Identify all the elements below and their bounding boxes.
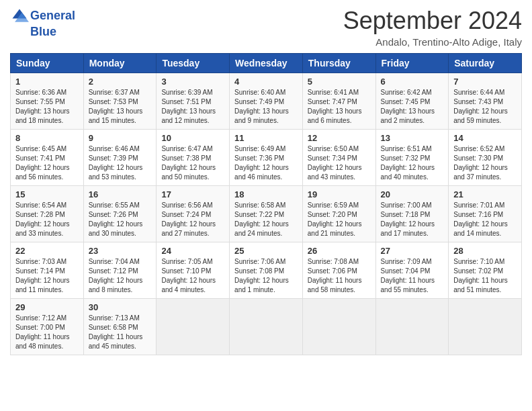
sunset-label: Sunset: 7:39 PM [89,154,138,162]
daylight-label: Daylight: 13 hours and 6 minutes. [308,107,362,124]
daylight-label: Daylight: 13 hours and 9 minutes. [234,107,289,124]
daylight-label: Daylight: 12 hours and 56 minutes. [15,164,70,181]
sunset-label: Sunset: 7:47 PM [308,98,357,105]
daylight-label: Daylight: 11 hours and 48 minutes. [15,333,70,350]
sunset-label: Sunset: 7:53 PM [89,98,138,105]
sunset-label: Sunset: 6:58 PM [89,324,138,331]
day-info: Sunrise: 6:50 AM Sunset: 7:34 PM Dayligh… [308,144,371,182]
day-info: Sunrise: 7:06 AM Sunset: 7:08 PM Dayligh… [234,257,298,295]
calendar-cell: 8 Sunrise: 6:45 AM Sunset: 7:41 PM Dayli… [11,130,84,186]
day-number: 11 [234,133,298,143]
calendar-cell: 23 Sunrise: 7:04 AM Sunset: 7:12 PM Dayl… [83,242,157,299]
calendar-cell: 17 Sunrise: 6:56 AM Sunset: 7:24 PM Dayl… [157,186,230,242]
location-subtitle: Andalo, Trentino-Alto Adige, Italy [343,36,522,48]
calendar-cell: 15 Sunrise: 6:54 AM Sunset: 7:28 PM Dayl… [11,186,84,242]
daylight-label: Daylight: 12 hours and 50 minutes. [161,164,216,181]
sunrise-label: Sunrise: 6:44 AM [453,89,504,96]
day-number: 6 [381,77,444,87]
calendar-cell: 27 Sunrise: 7:09 AM Sunset: 7:04 PM Dayl… [375,242,449,299]
calendar-cell: 12 Sunrise: 6:50 AM Sunset: 7:34 PM Dayl… [302,130,375,186]
day-number: 16 [89,189,152,199]
page: General Blue September 2024 Andalo, Tren… [0,0,532,365]
calendar-cell: 16 Sunrise: 6:55 AM Sunset: 7:26 PM Dayl… [83,186,157,242]
sunrise-label: Sunrise: 7:09 AM [381,258,432,265]
day-number: 18 [234,189,298,199]
calendar-cell: 14 Sunrise: 6:52 AM Sunset: 7:30 PM Dayl… [449,130,522,186]
sunset-label: Sunset: 7:04 PM [381,267,431,275]
calendar-cell: 10 Sunrise: 6:47 AM Sunset: 7:38 PM Dayl… [157,130,230,186]
daylight-label: Daylight: 13 hours and 2 minutes. [381,107,435,124]
calendar-table: SundayMondayTuesdayWednesdayThursdayFrid… [10,53,522,355]
day-number: 27 [381,246,444,256]
daylight-label: Daylight: 12 hours and 40 minutes. [381,164,435,181]
day-info: Sunrise: 6:49 AM Sunset: 7:36 PM Dayligh… [234,144,298,182]
day-number: 24 [161,246,224,256]
sunset-label: Sunset: 7:36 PM [234,154,284,162]
day-number: 10 [161,133,224,143]
sunrise-label: Sunrise: 7:00 AM [381,201,432,209]
sunrise-label: Sunrise: 6:47 AM [161,145,212,152]
weekday-header-sunday: Sunday [11,54,84,73]
calendar-week-1: 1 Sunrise: 6:36 AM Sunset: 7:55 PM Dayli… [11,73,522,130]
sunrise-label: Sunrise: 7:08 AM [308,258,359,265]
sunrise-label: Sunrise: 6:56 AM [161,201,212,209]
calendar-cell: 7 Sunrise: 6:44 AM Sunset: 7:43 PM Dayli… [449,73,522,130]
calendar-cell: 4 Sunrise: 6:40 AM Sunset: 7:49 PM Dayli… [230,73,303,130]
calendar-cell: 25 Sunrise: 7:06 AM Sunset: 7:08 PM Dayl… [230,242,303,299]
calendar-cell: 1 Sunrise: 6:36 AM Sunset: 7:55 PM Dayli… [11,73,84,130]
daylight-label: Daylight: 12 hours and 21 minutes. [308,220,362,237]
day-number: 22 [15,246,79,256]
sunrise-label: Sunrise: 6:41 AM [308,89,359,96]
day-info: Sunrise: 6:52 AM Sunset: 7:30 PM Dayligh… [453,144,517,182]
day-info: Sunrise: 6:47 AM Sunset: 7:38 PM Dayligh… [161,144,224,182]
weekday-header-thursday: Thursday [302,54,375,73]
sunset-label: Sunset: 7:30 PM [453,154,503,162]
sunrise-label: Sunrise: 6:40 AM [234,89,285,96]
daylight-label: Daylight: 11 hours and 51 minutes. [453,277,508,293]
sunset-label: Sunset: 7:08 PM [234,267,284,275]
day-info: Sunrise: 6:51 AM Sunset: 7:32 PM Dayligh… [381,144,444,182]
calendar-cell [449,299,522,355]
daylight-label: Daylight: 12 hours and 30 minutes. [89,220,143,237]
day-info: Sunrise: 6:41 AM Sunset: 7:47 PM Dayligh… [308,88,371,126]
day-number: 15 [15,189,79,199]
daylight-label: Daylight: 12 hours and 1 minute. [234,277,289,293]
calendar-cell [375,299,449,355]
daylight-label: Daylight: 12 hours and 53 minutes. [89,164,143,181]
logo-icon [10,7,29,26]
sunrise-label: Sunrise: 7:04 AM [89,258,140,265]
day-info: Sunrise: 6:59 AM Sunset: 7:20 PM Dayligh… [308,201,371,238]
calendar-cell: 11 Sunrise: 6:49 AM Sunset: 7:36 PM Dayl… [230,130,303,186]
calendar-cell [157,299,230,355]
daylight-label: Daylight: 11 hours and 45 minutes. [89,333,143,350]
day-number: 21 [453,189,517,199]
calendar-cell: 20 Sunrise: 7:00 AM Sunset: 7:18 PM Dayl… [375,186,449,242]
weekday-header-monday: Monday [83,54,157,73]
day-info: Sunrise: 7:04 AM Sunset: 7:12 PM Dayligh… [89,257,152,295]
day-info: Sunrise: 6:40 AM Sunset: 7:49 PM Dayligh… [234,88,298,126]
day-number: 1 [15,77,79,87]
calendar-cell: 22 Sunrise: 7:03 AM Sunset: 7:14 PM Dayl… [11,242,84,299]
calendar-cell: 21 Sunrise: 7:01 AM Sunset: 7:16 PM Dayl… [449,186,522,242]
day-number: 17 [161,189,224,199]
sunset-label: Sunset: 7:20 PM [308,211,357,218]
day-info: Sunrise: 6:54 AM Sunset: 7:28 PM Dayligh… [15,201,79,238]
calendar-cell: 19 Sunrise: 6:59 AM Sunset: 7:20 PM Dayl… [302,186,375,242]
weekday-header-tuesday: Tuesday [157,54,230,73]
daylight-label: Daylight: 12 hours and 8 minutes. [89,277,143,293]
day-number: 9 [89,133,152,143]
sunrise-label: Sunrise: 7:12 AM [15,314,66,322]
daylight-label: Daylight: 11 hours and 58 minutes. [308,277,362,293]
day-info: Sunrise: 6:44 AM Sunset: 7:43 PM Dayligh… [453,88,517,126]
calendar-cell [230,299,303,355]
sunset-label: Sunset: 7:14 PM [15,267,65,275]
calendar-week-5: 29 Sunrise: 7:12 AM Sunset: 7:00 PM Dayl… [11,299,522,355]
sunrise-label: Sunrise: 6:46 AM [89,145,140,152]
calendar-cell: 26 Sunrise: 7:08 AM Sunset: 7:06 PM Dayl… [302,242,375,299]
day-info: Sunrise: 6:42 AM Sunset: 7:45 PM Dayligh… [381,88,444,126]
sunset-label: Sunset: 7:10 PM [161,267,211,275]
sunset-label: Sunset: 7:41 PM [15,154,65,162]
calendar-cell: 6 Sunrise: 6:42 AM Sunset: 7:45 PM Dayli… [375,73,449,130]
day-number: 29 [15,302,79,312]
daylight-label: Daylight: 13 hours and 12 minutes. [161,107,216,124]
